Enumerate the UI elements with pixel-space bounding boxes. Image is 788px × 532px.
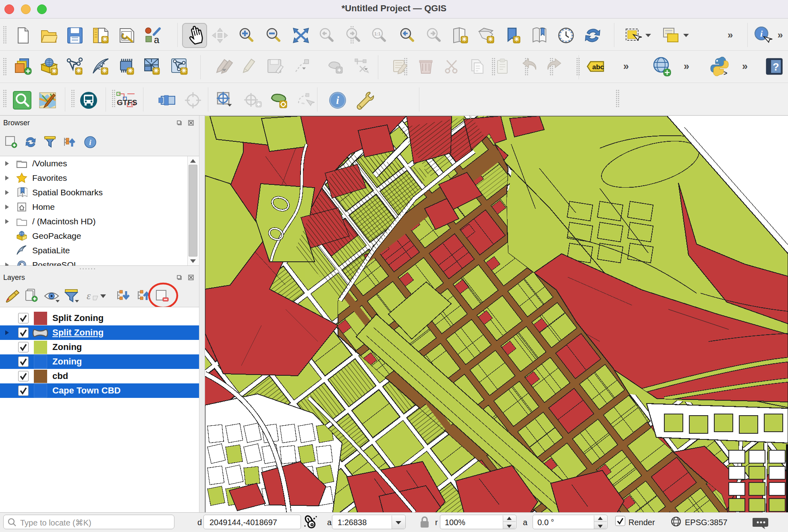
svg-text:»: »: [742, 60, 748, 72]
svg-text:✳: ✳: [462, 35, 467, 43]
svg-text:a: a: [154, 34, 160, 44]
svg-text:✳: ✳: [102, 67, 108, 74]
svg-text:✳: ✳: [514, 35, 520, 43]
svg-text:»: »: [728, 29, 733, 40]
svg-text:✳: ✳: [52, 67, 57, 75]
svg-text:>: >: [724, 70, 727, 76]
svg-text:?: ?: [773, 61, 779, 73]
svg-text:✳: ✳: [76, 67, 82, 74]
svg-text:✳: ✳: [153, 67, 159, 74]
svg-text:✳: ✳: [488, 35, 494, 43]
svg-text:»: »: [623, 60, 629, 72]
svg-text:i: i: [760, 29, 763, 39]
svg-text:»: »: [778, 29, 783, 40]
svg-text:ε: ε: [87, 290, 91, 302]
svg-text:i: i: [336, 94, 339, 106]
svg-text:✳: ✳: [181, 67, 187, 74]
svg-text:✳: ✳: [128, 67, 133, 74]
svg-text:✳: ✳: [102, 35, 108, 43]
svg-text:GTFS: GTFS: [117, 98, 137, 107]
svg-text:»: »: [684, 60, 689, 72]
svg-text:abc: abc: [592, 63, 604, 71]
svg-text:1:1: 1:1: [374, 31, 381, 36]
svg-text:i: i: [89, 138, 91, 147]
